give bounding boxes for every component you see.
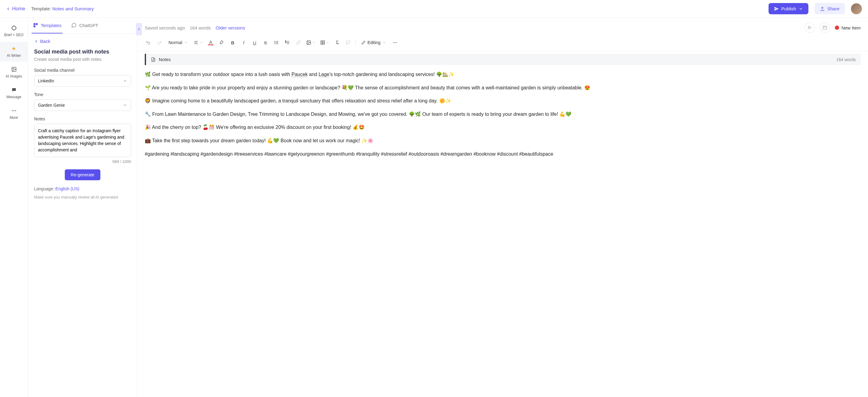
undo-button[interactable] <box>144 38 153 47</box>
older-versions-link[interactable]: Older versions <box>216 25 245 30</box>
highlight-button[interactable] <box>217 38 226 47</box>
redo-button[interactable] <box>155 38 164 47</box>
svg-point-26 <box>275 42 275 42</box>
doc-paragraph[interactable]: #gardening #landscaping #gardendesign #t… <box>145 150 861 158</box>
review-disclaimer: Make sure you manually review all AI gen… <box>34 194 131 200</box>
tab-chatgpt[interactable]: ChatGPT <box>70 18 99 33</box>
nav-ai-images[interactable]: AI Images <box>0 63 28 82</box>
bold-button[interactable]: B <box>228 38 238 47</box>
font-color-button[interactable]: A <box>206 38 216 47</box>
bullet-list-icon <box>274 40 279 45</box>
dots-icon <box>11 108 17 114</box>
svg-point-14 <box>808 26 810 28</box>
pencil-icon <box>361 40 366 45</box>
chevron-down-icon <box>326 41 330 44</box>
svg-point-10 <box>15 110 16 111</box>
user-plus-icon <box>807 25 812 30</box>
table-insert-button[interactable] <box>318 38 331 47</box>
doc-paragraph[interactable]: 🦁 Imagine coming home to a beautifully l… <box>145 97 861 105</box>
chevron-down-icon <box>123 103 127 107</box>
mention-lage[interactable]: Lage <box>318 72 330 77</box>
home-link[interactable]: Home <box>6 6 25 11</box>
color-swatch <box>208 44 214 45</box>
new-item-status[interactable]: New Item <box>835 25 861 30</box>
underline-button[interactable]: U <box>250 38 259 47</box>
comment-button[interactable] <box>343 38 353 47</box>
undo-icon <box>146 40 151 45</box>
document-body[interactable]: Notes 164 words 🌿 Get ready to transform… <box>137 52 868 397</box>
template-name-link[interactable]: Notes and Summary <box>52 6 94 11</box>
align-button[interactable] <box>192 38 205 47</box>
mention-paucek[interactable]: Paucek <box>291 72 308 77</box>
nav-ai-writer[interactable]: AI Writer <box>0 42 28 61</box>
word-count: 164 words <box>190 25 211 30</box>
table-icon <box>320 40 325 45</box>
chevron-down-icon <box>382 41 386 44</box>
italic-button[interactable]: I <box>239 38 248 47</box>
notes-char-count: 569 / 1000 <box>34 159 131 164</box>
numbered-list-icon: 12 <box>285 40 290 45</box>
tone-select[interactable]: Garden Genie <box>34 99 131 111</box>
status-dot-icon <box>835 26 839 30</box>
svg-rect-13 <box>33 26 35 27</box>
doc-paragraph[interactable]: 💼 Take the first step towards your dream… <box>145 137 861 145</box>
notes-textarea[interactable] <box>34 124 131 157</box>
strikethrough-button[interactable]: S <box>261 38 270 47</box>
saved-status: Saved seconds ago <box>145 25 185 30</box>
back-link[interactable]: Back <box>34 39 131 44</box>
share-button[interactable]: Share <box>814 3 845 14</box>
chat-bubble-icon <box>71 23 76 28</box>
svg-point-9 <box>13 110 14 111</box>
language-link[interactable]: English (US) <box>55 186 80 191</box>
editor-area: Saved seconds ago 164 words Older versio… <box>137 18 868 397</box>
chat-icon <box>11 87 17 93</box>
chevron-down-icon <box>123 79 127 83</box>
comment-icon <box>346 40 351 45</box>
home-label: Home <box>12 6 25 11</box>
chevron-left-icon <box>137 27 141 31</box>
side-panel: Templates ChatGPT Back Social media post… <box>28 18 137 397</box>
collapse-panel-button[interactable] <box>136 23 142 35</box>
bullet-list-button[interactable] <box>272 38 281 47</box>
template-breadcrumb: Template: Notes and Summary <box>31 6 94 11</box>
publish-button[interactable]: Publish <box>769 3 808 14</box>
panel-description: Create social media post with notes. <box>34 57 131 62</box>
editor-toolbar: Normal A B I U S 12 Editing <box>137 35 868 52</box>
editing-mode-select[interactable]: Editing <box>358 40 389 45</box>
date-button[interactable] <box>819 23 830 33</box>
svg-point-8 <box>12 110 13 111</box>
add-collaborator-button[interactable] <box>804 23 815 33</box>
notes-section-header: Notes 164 words <box>145 54 861 65</box>
notes-word-count: 164 words <box>836 57 856 62</box>
svg-point-41 <box>393 42 394 43</box>
more-options-button[interactable] <box>390 38 400 47</box>
chevron-left-icon <box>34 39 38 43</box>
nav-brief-seo[interactable]: Brief + SEO <box>0 21 28 41</box>
link-button[interactable] <box>293 38 303 47</box>
bolt-icon <box>11 45 17 52</box>
doc-paragraph[interactable]: 🌿 Get ready to transform your outdoor sp… <box>145 70 861 78</box>
tab-templates[interactable]: Templates <box>32 18 63 33</box>
image-insert-button[interactable] <box>304 38 317 47</box>
channel-select[interactable]: LinkedIn <box>34 75 131 87</box>
regenerate-button[interactable]: Re-generate <box>65 169 101 180</box>
user-avatar[interactable] <box>851 3 862 14</box>
doc-paragraph[interactable]: 🌱 Are you ready to take pride in your pr… <box>145 84 861 92</box>
highlight-icon <box>219 40 224 45</box>
calendar-icon <box>823 25 827 30</box>
nav-message[interactable]: Message <box>0 83 28 103</box>
nav-more[interactable]: More <box>0 104 28 124</box>
svg-rect-11 <box>33 23 35 25</box>
notes-label: Notes <box>34 117 131 121</box>
numbered-list-button[interactable]: 12 <box>283 38 292 47</box>
chevron-left-icon <box>6 7 10 11</box>
image-icon <box>306 40 311 45</box>
redo-icon <box>157 40 162 45</box>
clear-format-button[interactable] <box>333 38 342 47</box>
doc-paragraph[interactable]: 🔧 From Lawn Maintenance to Garden Design… <box>145 110 861 118</box>
doc-paragraph[interactable]: 🎉 And the cherry on top? 🍒🎊 We're offeri… <box>145 124 861 131</box>
document-icon <box>151 57 156 62</box>
svg-rect-12 <box>36 23 38 25</box>
paragraph-style-select[interactable]: Normal <box>165 40 191 45</box>
chevron-down-icon <box>200 41 203 44</box>
